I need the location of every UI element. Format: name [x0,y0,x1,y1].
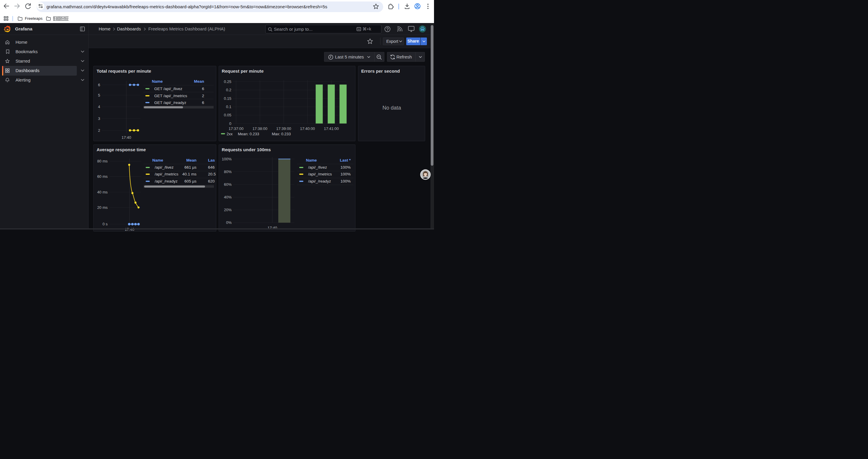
svg-text:40 ms: 40 ms [97,190,108,194]
svg-text:/api/_/livez: /api/_/livez [155,165,174,169]
svg-text:620: 620 [208,179,215,184]
svg-text:661 µs: 661 µs [184,165,196,169]
svg-text:20 ms: 20 ms [97,205,108,209]
svg-text:17:41:00: 17:41:00 [324,126,339,131]
svg-text:20.5 r: 20.5 r [208,172,216,176]
svg-text:6: 6 [202,87,204,91]
svg-text:3: 3 [98,117,100,121]
svg-text:17:37:00: 17:37:00 [228,126,243,131]
svg-text:5: 5 [98,93,100,97]
svg-text:100%: 100% [340,179,351,184]
svg-text:2: 2 [98,128,100,133]
svg-text:2xx: 2xx [226,131,233,136]
svg-text:0.25: 0.25 [224,79,231,84]
svg-text:/api/_/readyz: /api/_/readyz [308,179,331,184]
svg-text:GET /api/_/livez: GET /api/_/livez [154,87,182,91]
svg-text:17:39:00: 17:39:00 [276,126,291,131]
svg-text:0 s: 0 s [102,222,108,226]
svg-text:80%: 80% [224,169,231,174]
svg-text:Name: Name [306,158,317,162]
svg-text:17:40: 17:40 [121,135,131,140]
svg-text:80 ms: 80 ms [97,159,108,163]
svg-text:/api/_/metrics: /api/_/metrics [308,172,332,176]
svg-text:Name: Name [152,79,163,84]
svg-text:6: 6 [98,83,100,87]
svg-text:GET /api/_/readyz: GET /api/_/readyz [154,100,186,105]
svg-text:0: 0 [229,121,231,126]
svg-text:GET /api/_/metrics: GET /api/_/metrics [154,94,187,98]
svg-text:100%: 100% [340,172,351,176]
svg-text:Mean: Mean [186,158,196,162]
svg-text:/api/_/livez: /api/_/livez [308,165,327,169]
svg-text:605 µs: 605 µs [184,179,196,184]
svg-text:Mean: Mean [194,79,204,84]
svg-text:20%: 20% [224,208,231,212]
svg-text:Mean: 0.233: Mean: 0.233 [238,131,259,136]
svg-text:0.15: 0.15 [224,96,231,100]
svg-text:Max: 0.233: Max: 0.233 [272,131,291,136]
svg-text:40.1 ms: 40.1 ms [182,172,196,176]
svg-text:2: 2 [202,94,204,98]
svg-text:/api/_/metrics: /api/_/metrics [155,172,179,176]
svg-text:Las: Las [208,158,215,162]
svg-text:0%: 0% [226,220,231,225]
svg-text:646: 646 [208,165,215,169]
svg-text:60 ms: 60 ms [97,174,108,179]
svg-text:/api/_/readyz: /api/_/readyz [155,179,178,184]
svg-text:60%: 60% [224,182,231,186]
svg-text:Name: Name [152,158,163,162]
svg-text:0.05: 0.05 [224,113,231,117]
svg-text:17:38:00: 17:38:00 [252,126,267,131]
svg-text:0.1: 0.1 [226,104,231,109]
svg-text:Last *: Last * [340,158,351,162]
svg-text:4: 4 [98,104,100,109]
svg-text:6: 6 [202,100,204,105]
svg-text:40%: 40% [224,195,231,199]
svg-text:0.2: 0.2 [226,88,231,92]
svg-text:100%: 100% [340,165,351,169]
svg-text:17:40:00: 17:40:00 [300,126,315,131]
svg-text:100%: 100% [222,157,231,161]
